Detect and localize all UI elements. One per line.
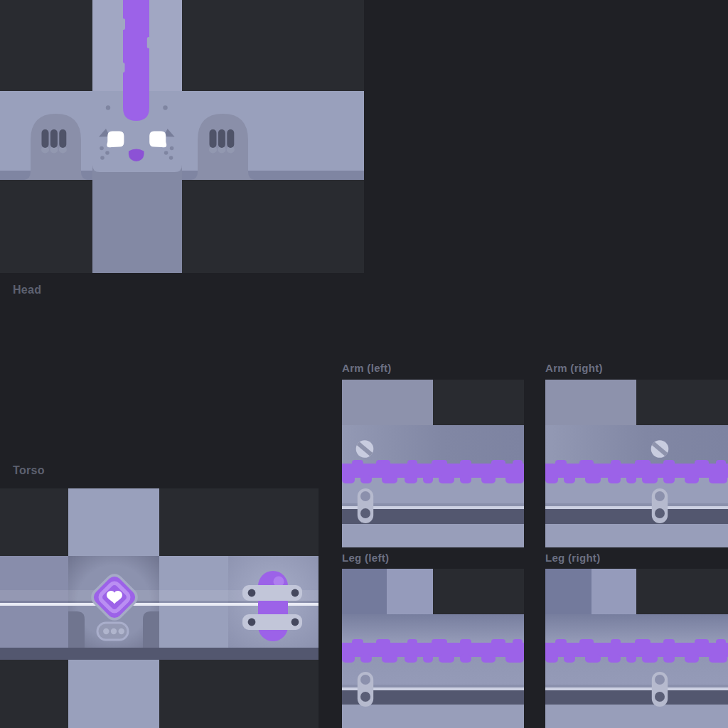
leg-left-block-b [387,569,433,614]
skin-texture-editor: Head Torso [0,0,728,728]
arm-right-texture-panel[interactable] [545,380,728,547]
seam-line [545,503,728,506]
arm-left-texture-panel[interactable] [342,380,524,547]
leg-right-upper [545,614,728,643]
hem-band [545,690,728,705]
belt-line [545,506,728,509]
torso-top-column [68,488,159,556]
arm-left-top-block [342,380,433,425]
torso-hem [0,648,318,660]
zipper-pull-icon [358,488,373,523]
belt-line [545,687,728,690]
cuff-band [342,705,524,728]
leg-right-label: Leg (right) [545,552,600,564]
shoulder-shade-right [143,611,159,648]
torso-bottom-column [68,660,159,728]
head-bottom-column [92,164,182,273]
arm-right-label: Arm (right) [545,363,603,374]
arm-left-label: Arm (left) [342,363,392,374]
leg-left-texture-panel[interactable] [342,569,524,728]
arm-right-top-block [545,380,636,425]
leg-left-block-a [342,569,387,614]
leg-right-texture [545,569,728,728]
torso-texture [0,488,318,728]
cuff-band [545,705,728,728]
eye-left [107,132,124,148]
shoulder-shade-left [68,611,85,648]
leg-right-block-b [592,569,636,614]
arm-left-texture [342,380,524,547]
torso-texture-panel[interactable] [0,488,318,728]
leg-right-texture-panel[interactable] [545,569,728,728]
three-dot-pill-icon [97,623,128,640]
head-label: Head [13,284,41,296]
leg-left-label: Leg (left) [342,552,389,564]
torso-label: Torso [13,465,45,477]
head-texture-panel[interactable] [0,0,364,273]
leg-left-upper [342,614,524,643]
leg-left-texture [342,569,524,728]
arm-right-upper [545,425,728,464]
zipper-pull-icon [652,488,668,523]
hem-band [545,509,728,524]
hair-stripe [122,0,151,121]
seam-line [545,685,728,687]
head-texture [0,0,364,273]
ear-right-vents-icon [209,129,235,154]
leg-right-block-a [545,569,592,614]
eye-right [149,132,166,148]
zipper-pull-icon [652,672,668,707]
arm-right-texture [545,380,728,547]
zipper-pull-icon [358,672,373,707]
ear-left-vents-icon [41,129,67,154]
